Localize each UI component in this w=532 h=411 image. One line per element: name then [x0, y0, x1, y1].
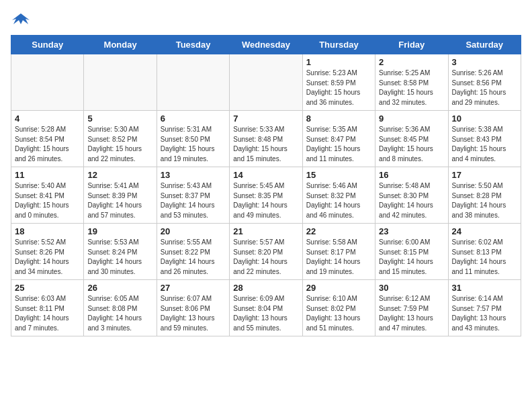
day-info: Sunrise: 5:40 AM Sunset: 8:41 PM Dayligh…: [15, 181, 80, 220]
calendar-cell: 6Sunrise: 5:31 AM Sunset: 8:50 PM Daylig…: [157, 111, 229, 167]
day-number: 27: [161, 283, 226, 293]
calendar-cell: 4Sunrise: 5:28 AM Sunset: 8:54 PM Daylig…: [11, 111, 84, 167]
day-number: 28: [233, 283, 298, 293]
day-number: 15: [306, 170, 371, 180]
svg-marker-0: [12, 13, 30, 24]
day-number: 19: [87, 226, 152, 236]
day-number: 30: [379, 283, 444, 293]
day-info: Sunrise: 5:33 AM Sunset: 8:48 PM Dayligh…: [233, 125, 298, 164]
day-info: Sunrise: 6:00 AM Sunset: 8:15 PM Dayligh…: [379, 238, 444, 277]
logo-icon: [11, 11, 31, 27]
calendar-cell: 18Sunrise: 5:52 AM Sunset: 8:26 PM Dayli…: [11, 224, 84, 280]
calendar-week-row: 1Sunrise: 5:23 AM Sunset: 8:59 PM Daylig…: [11, 54, 521, 111]
calendar-cell: 22Sunrise: 5:58 AM Sunset: 8:17 PM Dayli…: [302, 224, 375, 280]
day-info: Sunrise: 5:36 AM Sunset: 8:45 PM Dayligh…: [379, 125, 444, 164]
day-info: Sunrise: 5:52 AM Sunset: 8:26 PM Dayligh…: [15, 238, 80, 277]
calendar-cell: 25Sunrise: 6:03 AM Sunset: 8:11 PM Dayli…: [11, 280, 84, 336]
day-number: 9: [379, 113, 444, 124]
calendar-cell: 29Sunrise: 6:10 AM Sunset: 8:02 PM Dayli…: [302, 280, 375, 336]
day-number: 14: [233, 170, 298, 180]
day-info: Sunrise: 5:46 AM Sunset: 8:32 PM Dayligh…: [306, 181, 371, 220]
day-number: 29: [306, 283, 371, 293]
day-info: Sunrise: 5:45 AM Sunset: 8:35 PM Dayligh…: [233, 181, 298, 220]
calendar-cell: 24Sunrise: 6:02 AM Sunset: 8:13 PM Dayli…: [448, 224, 521, 280]
calendar-cell: 31Sunrise: 6:14 AM Sunset: 7:57 PM Dayli…: [448, 280, 521, 336]
calendar-cell: 26Sunrise: 6:05 AM Sunset: 8:08 PM Dayli…: [84, 280, 157, 336]
day-number: 25: [15, 283, 80, 293]
weekday-header-row: SundayMondayTuesdayWednesdayThursdayFrid…: [11, 36, 521, 54]
calendar-cell: 21Sunrise: 5:57 AM Sunset: 8:20 PM Dayli…: [230, 224, 302, 280]
day-info: Sunrise: 5:28 AM Sunset: 8:54 PM Dayligh…: [15, 125, 80, 164]
weekday-header-saturday: Saturday: [448, 36, 521, 54]
day-info: Sunrise: 5:57 AM Sunset: 8:20 PM Dayligh…: [233, 238, 298, 277]
day-number: 31: [452, 283, 517, 293]
day-info: Sunrise: 5:35 AM Sunset: 8:47 PM Dayligh…: [306, 125, 371, 164]
calendar-cell: 2Sunrise: 5:25 AM Sunset: 8:58 PM Daylig…: [375, 54, 448, 111]
day-info: Sunrise: 5:30 AM Sunset: 8:52 PM Dayligh…: [87, 125, 152, 164]
day-info: Sunrise: 6:09 AM Sunset: 8:04 PM Dayligh…: [233, 294, 298, 333]
calendar-cell: 16Sunrise: 5:48 AM Sunset: 8:30 PM Dayli…: [375, 167, 448, 224]
day-number: 21: [233, 226, 298, 236]
page-header: [11, 11, 521, 27]
day-info: Sunrise: 5:25 AM Sunset: 8:58 PM Dayligh…: [379, 68, 444, 107]
day-number: 20: [161, 226, 226, 236]
day-info: Sunrise: 5:50 AM Sunset: 8:28 PM Dayligh…: [452, 181, 517, 220]
calendar-cell: 1Sunrise: 5:23 AM Sunset: 8:59 PM Daylig…: [302, 54, 375, 111]
day-info: Sunrise: 5:48 AM Sunset: 8:30 PM Dayligh…: [379, 181, 444, 220]
day-info: Sunrise: 5:31 AM Sunset: 8:50 PM Dayligh…: [161, 125, 226, 164]
day-info: Sunrise: 6:14 AM Sunset: 7:57 PM Dayligh…: [452, 294, 517, 333]
calendar-week-row: 25Sunrise: 6:03 AM Sunset: 8:11 PM Dayli…: [11, 280, 521, 336]
calendar-cell: 10Sunrise: 5:38 AM Sunset: 8:43 PM Dayli…: [448, 111, 521, 167]
day-number: 3: [452, 57, 517, 67]
day-info: Sunrise: 5:43 AM Sunset: 8:37 PM Dayligh…: [161, 181, 226, 220]
day-number: 8: [306, 113, 371, 124]
day-info: Sunrise: 6:07 AM Sunset: 8:06 PM Dayligh…: [161, 294, 226, 333]
day-number: 10: [452, 113, 517, 124]
day-info: Sunrise: 5:41 AM Sunset: 8:39 PM Dayligh…: [87, 181, 152, 220]
weekday-header-wednesday: Wednesday: [230, 36, 302, 54]
calendar-cell: 9Sunrise: 5:36 AM Sunset: 8:45 PM Daylig…: [375, 111, 448, 167]
day-info: Sunrise: 5:58 AM Sunset: 8:17 PM Dayligh…: [306, 238, 371, 277]
logo: [11, 11, 34, 27]
day-number: 2: [379, 57, 444, 67]
day-number: 24: [452, 226, 517, 236]
calendar-cell: [157, 54, 229, 111]
calendar-cell: [11, 54, 84, 111]
day-info: Sunrise: 5:38 AM Sunset: 8:43 PM Dayligh…: [452, 125, 517, 164]
day-number: 16: [379, 170, 444, 180]
calendar-cell: [230, 54, 302, 111]
calendar-cell: 20Sunrise: 5:55 AM Sunset: 8:22 PM Dayli…: [157, 224, 229, 280]
calendar-cell: 30Sunrise: 6:12 AM Sunset: 7:59 PM Dayli…: [375, 280, 448, 336]
calendar-week-row: 11Sunrise: 5:40 AM Sunset: 8:41 PM Dayli…: [11, 167, 521, 224]
day-info: Sunrise: 6:10 AM Sunset: 8:02 PM Dayligh…: [306, 294, 371, 333]
calendar-cell: 13Sunrise: 5:43 AM Sunset: 8:37 PM Dayli…: [157, 167, 229, 224]
calendar-week-row: 18Sunrise: 5:52 AM Sunset: 8:26 PM Dayli…: [11, 224, 521, 280]
day-number: 22: [306, 226, 371, 236]
calendar-week-row: 4Sunrise: 5:28 AM Sunset: 8:54 PM Daylig…: [11, 111, 521, 167]
calendar-cell: [84, 54, 157, 111]
calendar-cell: 23Sunrise: 6:00 AM Sunset: 8:15 PM Dayli…: [375, 224, 448, 280]
calendar-cell: 12Sunrise: 5:41 AM Sunset: 8:39 PM Dayli…: [84, 167, 157, 224]
calendar-cell: 14Sunrise: 5:45 AM Sunset: 8:35 PM Dayli…: [230, 167, 302, 224]
calendar-cell: 8Sunrise: 5:35 AM Sunset: 8:47 PM Daylig…: [302, 111, 375, 167]
calendar-cell: 17Sunrise: 5:50 AM Sunset: 8:28 PM Dayli…: [448, 167, 521, 224]
day-number: 6: [161, 113, 226, 124]
weekday-header-tuesday: Tuesday: [157, 36, 229, 54]
day-info: Sunrise: 6:12 AM Sunset: 7:59 PM Dayligh…: [379, 294, 444, 333]
day-number: 4: [15, 113, 80, 124]
day-info: Sunrise: 5:55 AM Sunset: 8:22 PM Dayligh…: [161, 238, 226, 277]
day-number: 11: [15, 170, 80, 180]
calendar-cell: 28Sunrise: 6:09 AM Sunset: 8:04 PM Dayli…: [230, 280, 302, 336]
calendar-cell: 27Sunrise: 6:07 AM Sunset: 8:06 PM Dayli…: [157, 280, 229, 336]
day-number: 5: [87, 113, 152, 124]
weekday-header-sunday: Sunday: [11, 36, 84, 54]
day-number: 23: [379, 226, 444, 236]
calendar-cell: 7Sunrise: 5:33 AM Sunset: 8:48 PM Daylig…: [230, 111, 302, 167]
day-info: Sunrise: 6:03 AM Sunset: 8:11 PM Dayligh…: [15, 294, 80, 333]
day-info: Sunrise: 6:05 AM Sunset: 8:08 PM Dayligh…: [87, 294, 152, 333]
day-number: 1: [306, 57, 371, 67]
calendar-cell: 3Sunrise: 5:26 AM Sunset: 8:56 PM Daylig…: [448, 54, 521, 111]
day-number: 17: [452, 170, 517, 180]
weekday-header-thursday: Thursday: [302, 36, 375, 54]
calendar-table: SundayMondayTuesdayWednesdayThursdayFrid…: [11, 35, 521, 336]
